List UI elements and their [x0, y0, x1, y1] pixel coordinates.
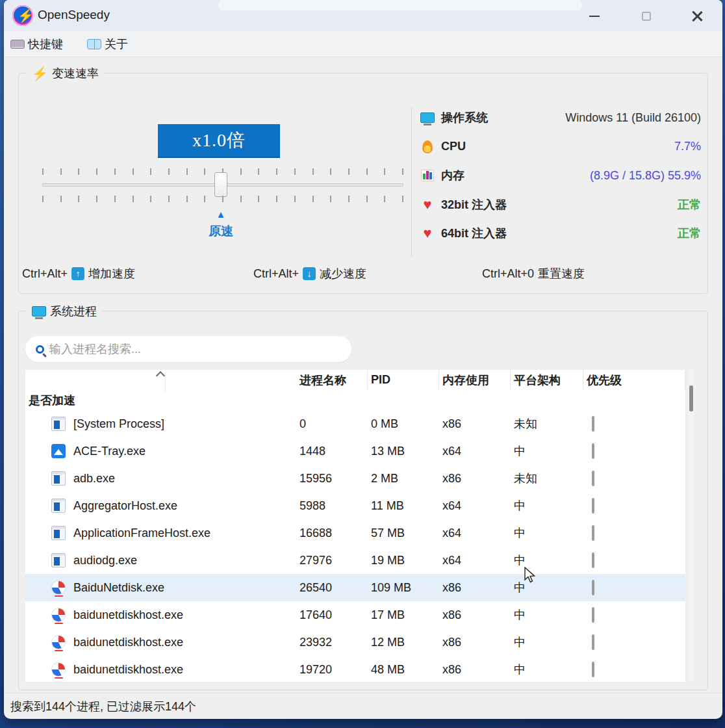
accelerate-cell: [583, 472, 685, 486]
column-header-pid[interactable]: PID: [368, 370, 439, 390]
speed-multiplier-button[interactable]: x1.0倍: [158, 124, 280, 158]
process-row[interactable]: ApplicationFrameHost.exe 16688 57 MB x64…: [25, 519, 685, 547]
process-arch: x86: [439, 663, 511, 677]
column-header-priority[interactable]: 优先级: [583, 370, 685, 390]
hotkey-action: 增加速度: [88, 266, 135, 281]
hotkey-action: 减少速度: [320, 266, 366, 281]
heart-icon: ♥: [419, 227, 436, 240]
close-button[interactable]: [682, 6, 712, 26]
process-icon: [51, 499, 66, 513]
process-priority: 中: [511, 580, 583, 595]
process-name-cell: ACE-Tray.exe: [25, 444, 296, 458]
accelerate-checkbox[interactable]: [592, 634, 594, 650]
table-scrollbar[interactable]: [688, 370, 694, 682]
process-priority: 未知: [511, 416, 583, 432]
flame-icon: [419, 140, 436, 153]
column-header-arch[interactable]: 平台架构: [511, 370, 583, 390]
accelerate-cell: [583, 526, 685, 540]
accelerate-checkbox[interactable]: [592, 498, 594, 514]
process-name-cell: baidunetdiskhost.exe: [25, 608, 296, 622]
process-pid: 23932: [296, 636, 368, 649]
process-name: baidunetdiskhost.exe: [73, 636, 183, 649]
column-header-accelerate[interactable]: 是否加速: [25, 390, 296, 410]
titlebar[interactable]: ⚡ OpenSpeedy: [4, 0, 722, 31]
monitor-icon: [419, 112, 436, 123]
process-search-input[interactable]: 输入进程名搜索...: [25, 336, 351, 362]
accelerate-checkbox[interactable]: [592, 443, 594, 459]
origin-speed-label: 原速: [201, 223, 240, 240]
process-row[interactable]: baidunetdiskhost.exe 17640 17 MB x86 中: [25, 601, 685, 629]
column-header-memory[interactable]: 内存使用: [439, 370, 511, 390]
menu-item-shortcuts[interactable]: 快捷键: [10, 31, 63, 57]
accelerate-checkbox[interactable]: [592, 525, 594, 541]
accelerate-cell: [583, 636, 685, 649]
process-row[interactable]: baidunetdiskhost.exe 19720 48 MB x86 中: [25, 656, 685, 682]
process-name-cell: AggregatorHost.exe: [25, 499, 296, 513]
process-icon: [51, 526, 66, 540]
minimize-button[interactable]: [579, 6, 609, 26]
hotkey-prefix: Ctrl+Alt+0: [482, 267, 534, 281]
memory-value: (8.9G / 15.8G) 55.9%: [590, 169, 701, 183]
bar-chart-icon: [419, 170, 436, 181]
process-pid: 0: [296, 417, 368, 431]
process-memory: 48 MB: [368, 663, 439, 677]
app-logo-icon: ⚡: [12, 5, 33, 26]
accelerate-checkbox[interactable]: [592, 580, 594, 595]
lightning-icon: ⚡: [32, 66, 48, 81]
accelerate-checkbox[interactable]: [592, 662, 594, 677]
computer-icon: [32, 306, 46, 317]
sysinfo-row-injector64: ♥ 64bit 注入器 正常: [419, 219, 701, 248]
process-arch: x86: [439, 636, 511, 649]
process-priority: 中: [511, 662, 583, 677]
process-row[interactable]: adb.exe 15956 2 MB x86 未知: [25, 465, 685, 492]
app-title: OpenSpeedy: [38, 8, 110, 22]
process-name: BaiduNetdisk.exe: [73, 581, 164, 595]
process-row[interactable]: [System Process] 0 0 MB x86 未知: [25, 410, 685, 437]
process-memory: 13 MB: [368, 445, 439, 458]
accelerate-checkbox[interactable]: [592, 552, 594, 568]
down-arrow-key-icon: ↓: [303, 267, 316, 280]
process-row[interactable]: ACE-Tray.exe 1448 13 MB x64 中: [25, 437, 685, 465]
process-table: 进程名称 PID 内存使用 平台架构 优先级 是否加速 [System Proc…: [25, 370, 685, 682]
accelerate-checkbox[interactable]: [592, 416, 594, 432]
sysinfo-row-injector32: ♥ 32bit 注入器 正常: [419, 190, 701, 220]
process-priority: 中: [511, 525, 583, 541]
accelerate-cell: [583, 554, 685, 567]
accelerate-checkbox[interactable]: [592, 607, 594, 623]
status-text: 搜索到144个进程, 已过滤展示144个: [10, 699, 196, 714]
process-row[interactable]: baidunetdiskhost.exe 23932 12 MB x86 中: [25, 629, 685, 656]
process-name: AggregatorHost.exe: [73, 499, 177, 513]
accelerate-cell: [583, 417, 685, 431]
sysinfo-row-os: 操作系统 Windows 11 (Build 26100): [419, 103, 701, 133]
process-row[interactable]: BaiduNetdisk.exe 26540 109 MB x86 中: [25, 574, 685, 601]
process-icon: [51, 580, 66, 595]
injector32-label: 32bit 注入器: [441, 197, 507, 213]
scrollbar-thumb[interactable]: [689, 385, 693, 411]
process-name: [System Process]: [73, 417, 164, 431]
process-row[interactable]: audiodg.exe 27976 19 MB x64 中: [25, 547, 685, 574]
menu-item-about[interactable]: 关于: [87, 31, 128, 57]
maximize-button[interactable]: [631, 6, 661, 26]
speed-group-label: ⚡ 变速速率: [27, 65, 104, 82]
process-table-body: [System Process] 0 0 MB x86 未知 ACE-Tray.…: [25, 410, 685, 682]
speed-slider-handle[interactable]: [214, 172, 227, 197]
process-name-cell: [System Process]: [25, 417, 296, 431]
process-priority: 中: [511, 443, 583, 459]
process-name: baidunetdiskhost.exe: [73, 663, 183, 677]
process-memory: 0 MB: [368, 417, 439, 431]
process-pid: 17640: [296, 608, 368, 622]
process-name: ApplicationFrameHost.exe: [73, 526, 210, 540]
process-priority: 中: [511, 607, 583, 623]
search-icon: [36, 345, 44, 354]
process-row[interactable]: AggregatorHost.exe 5988 11 MB x64 中: [25, 492, 685, 519]
hotkey-action: 重置速度: [538, 266, 585, 281]
up-arrow-key-icon: ↑: [71, 267, 84, 280]
column-header-name[interactable]: 进程名称: [296, 370, 368, 390]
process-priority: 中: [511, 552, 583, 568]
process-memory: 19 MB: [368, 554, 439, 567]
memory-label: 内存: [441, 168, 464, 183]
accelerate-checkbox[interactable]: [592, 471, 594, 486]
lightning-glyph: ⚡: [18, 8, 34, 23]
process-memory: 2 MB: [368, 472, 439, 486]
sort-ascending-icon[interactable]: [157, 372, 166, 392]
